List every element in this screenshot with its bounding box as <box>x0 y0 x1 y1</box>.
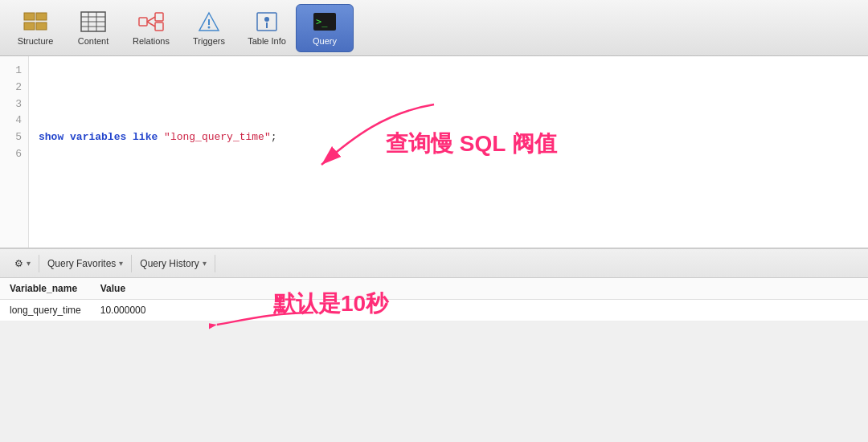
code-line-2 <box>39 80 858 96</box>
kw-string: "long_query_time" <box>164 129 271 146</box>
query-favorites-button[interactable]: Query Favorites ▾ <box>39 255 132 272</box>
svg-rect-1 <box>36 13 47 20</box>
triggers-label: Triggers <box>193 36 225 46</box>
line-numbers: 1 2 3 4 5 6 <box>0 56 29 248</box>
toolbar-query-button[interactable]: >_ Query <box>296 4 354 52</box>
toolbar: Structure Content Relatio <box>0 0 868 56</box>
triggers-icon <box>196 10 222 33</box>
kw-show: show <box>39 129 63 146</box>
kw-like: like <box>133 129 158 146</box>
structure-label: Structure <box>18 36 54 46</box>
query-label: Query <box>313 36 337 46</box>
relations-icon <box>138 10 164 33</box>
table-row: long_query_time 10.000000 <box>0 300 868 321</box>
gear-button[interactable]: ⚙ ▾ <box>6 255 39 272</box>
svg-rect-11 <box>155 13 163 21</box>
results-area: Variable_name Value long_query_time 10.0… <box>0 278 868 321</box>
svg-point-19 <box>264 17 269 22</box>
svg-rect-3 <box>36 23 47 30</box>
toolbar-relations-button[interactable]: Relations <box>122 4 180 52</box>
results-wrapper: Variable_name Value long_query_time 10.0… <box>0 278 868 442</box>
structure-icon <box>23 10 48 33</box>
cell-value: 10.000000 <box>91 300 156 321</box>
gear-icon: ⚙ <box>14 258 23 269</box>
content-label: Content <box>78 36 109 46</box>
toolbar-tableinfo-button[interactable]: Table Info <box>238 4 296 52</box>
toolbar-structure-button[interactable]: Structure <box>6 4 64 52</box>
cell-variable-name: long_query_time <box>0 300 91 321</box>
relations-label: Relations <box>133 36 170 46</box>
code-line-4 <box>39 113 858 129</box>
query-history-button[interactable]: Query History ▾ <box>132 255 215 272</box>
history-label: Query History <box>140 258 199 269</box>
toolbar-triggers-button[interactable]: Triggers <box>180 4 238 52</box>
kw-variables: variables <box>70 129 126 146</box>
tableinfo-label: Table Info <box>248 36 286 46</box>
main-content: 1 2 3 4 5 6 show variables like "long_qu… <box>0 56 868 442</box>
query-icon: >_ <box>312 10 338 33</box>
col-header-empty <box>155 278 868 300</box>
svg-rect-0 <box>24 13 35 20</box>
history-chevron: ▾ <box>203 259 207 268</box>
svg-text:>_: >_ <box>316 16 328 27</box>
col-header-value: Value <box>91 278 156 300</box>
bottom-toolbar: ⚙ ▾ Query Favorites ▾ Query History ▾ <box>0 249 868 278</box>
toolbar-content-button[interactable]: Content <box>64 4 122 52</box>
semicolon: ; <box>271 129 277 146</box>
content-icon <box>80 10 106 33</box>
cell-empty <box>155 300 868 321</box>
svg-point-17 <box>208 26 211 28</box>
svg-line-13 <box>147 17 155 22</box>
code-line-6 <box>39 146 858 163</box>
svg-rect-2 <box>24 23 35 30</box>
favorites-chevron: ▾ <box>119 259 123 268</box>
gear-chevron: ▾ <box>27 259 31 268</box>
code-line-1 <box>39 63 858 80</box>
svg-rect-10 <box>139 18 147 26</box>
code-area[interactable]: show variables like "long_query_time"; <box>29 56 868 248</box>
code-line-5: show variables like "long_query_time"; <box>39 129 858 146</box>
svg-line-14 <box>147 22 155 27</box>
code-line-3 <box>39 96 858 113</box>
svg-rect-12 <box>155 23 163 31</box>
results-table: Variable_name Value long_query_time 10.0… <box>0 278 868 321</box>
favorites-label: Query Favorites <box>47 258 116 269</box>
editor-area: 1 2 3 4 5 6 show variables like "long_qu… <box>0 56 868 249</box>
tableinfo-icon <box>254 10 280 33</box>
col-header-variable: Variable_name <box>0 278 91 300</box>
